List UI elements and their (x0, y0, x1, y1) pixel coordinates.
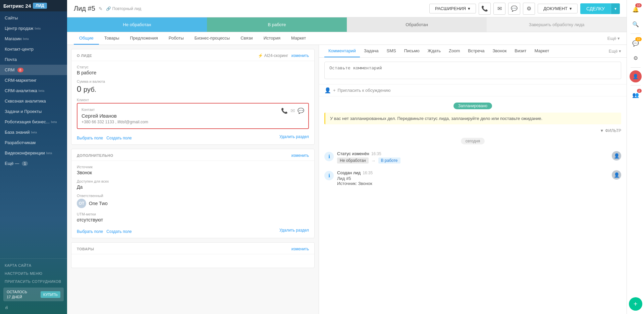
sidebar-item-center[interactable]: Центр продаж beta (0, 23, 67, 34)
chat-tab-task[interactable]: Задача (360, 45, 383, 57)
goods-change-link[interactable]: изменить (291, 247, 309, 251)
sidebar-item-crm[interactable]: CRM 8 (0, 65, 67, 75)
rail-search-icon[interactable]: 🔍 (629, 17, 642, 31)
sidebar-print-btn[interactable]: 🖨 (0, 303, 67, 311)
chat-tab-letter[interactable]: Письмо (400, 45, 424, 57)
chat-tab-comment[interactable]: Комментарий (324, 45, 360, 57)
sidebar-footer-configure[interactable]: НАСТРОИТЬ МЕНЮ (0, 269, 67, 277)
sidebar-item-more[interactable]: Ещё — 1 (0, 158, 67, 169)
sidebar-item-knowledge[interactable]: База знаний beta (0, 127, 67, 137)
beta-badge: beta (35, 27, 41, 30)
additional-choose-field[interactable]: Выбрать поле (77, 229, 103, 234)
filter-button[interactable]: ▼ ФИЛЬТР (600, 128, 621, 133)
source-label: Источник (77, 165, 309, 169)
deal-button-group: СДЕЛКУ ▾ (580, 3, 620, 14)
contact-email-icon[interactable]: ✉ (290, 108, 295, 114)
status-change-time: 16:35 (371, 151, 381, 156)
additional-create-field[interactable]: Создать поле (106, 229, 132, 234)
beta-badge-knowledge: beta (31, 131, 37, 134)
chat-tab-meeting[interactable]: Встреча (464, 45, 488, 57)
pipeline-step-not-processed[interactable]: Не обработан (67, 17, 207, 32)
rail-settings-icon[interactable]: ⚙ (629, 51, 642, 65)
sidebar-item-shop[interactable]: Магазин beta (0, 34, 67, 44)
rail-people-icon[interactable]: 👥 2 (629, 88, 642, 102)
body-area: О ЛИДЕ ⚡ AI24-скоринг изменить Статус В … (67, 45, 627, 314)
sidebar-item-dev[interactable]: Разработчикам (0, 137, 67, 148)
about-change-link[interactable]: изменить (291, 53, 309, 58)
contact-name[interactable]: Сергей Иванов (82, 113, 148, 119)
settings-button[interactable]: ⚙ (523, 3, 535, 15)
sidebar-item-cross-analytics[interactable]: Сквозная аналитика (0, 96, 67, 106)
email-button[interactable]: ✉ (493, 3, 505, 15)
sidebar-item-crm-marketing[interactable]: CRM-маркетинг (0, 75, 67, 85)
pipeline-step-not-processed-label: Не обработан (123, 22, 151, 27)
sidebar-item-crm-analytics[interactable]: CRM-аналитика beta (0, 85, 67, 96)
sidebar-item-saity[interactable]: Сайты (0, 13, 67, 23)
ai-scoring[interactable]: ⚡ AI24-скоринг (258, 53, 288, 58)
additional-section-header: ДОПОЛНИТЕЛЬНО изменить (71, 149, 314, 161)
chat-tab-call[interactable]: Звонок (488, 45, 511, 57)
tab-general[interactable]: Общие (74, 32, 99, 45)
tab-history[interactable]: История (258, 32, 286, 45)
deal-button[interactable]: СДЕЛКУ (580, 3, 611, 14)
chat-badge: 10 (635, 37, 641, 41)
chat-tab-zoom[interactable]: Zoom (445, 45, 464, 57)
invite-row[interactable]: 👤 + Пригласить к обсуждению (319, 84, 627, 97)
sidebar-footer-sitemap[interactable]: КАРТА САЙТА (0, 261, 67, 269)
tab-market[interactable]: Маркет (286, 32, 311, 45)
rail-divider-3 (631, 85, 641, 85)
chat-button[interactable]: 💬 (508, 3, 520, 15)
sidebar-item-video-label: Видеоконференции (5, 150, 45, 155)
pipeline-step-finish[interactable]: Завершить обработку лида (487, 17, 627, 32)
sidebar-item-robotics[interactable]: Роботизация бизнес... beta (0, 117, 67, 127)
chat-tab-visit[interactable]: Визит (511, 45, 530, 57)
right-panel: Комментарий Задача SMS Письмо Ждать Zoom… (319, 45, 627, 314)
lid-badge: ЛИД (33, 3, 47, 9)
deal-dropdown-button[interactable]: ▾ (611, 3, 620, 14)
phone-button[interactable]: 📞 (479, 3, 491, 15)
rasshireniya-button[interactable]: РАСШИРЕНИЯ ▾ (429, 4, 476, 13)
chat-tab-sms[interactable]: SMS (383, 45, 400, 57)
rail-chat-icon[interactable]: 💬 10 (629, 37, 642, 50)
document-button[interactable]: ДОКУМЕНТ ▾ (538, 4, 578, 13)
additional-change-link[interactable]: изменить (291, 153, 309, 158)
sidebar-footer-invite[interactable]: ПРИГЛАСИТЬ СОТРУДНИКОВ (0, 277, 67, 286)
chat-tab-market[interactable]: Маркет (530, 45, 553, 57)
eshche-badge: 1 (22, 161, 28, 166)
tab-robots[interactable]: Роботы (163, 32, 189, 45)
info-icon: ℹ (328, 154, 330, 159)
buy-button[interactable]: КУПИТЬ (41, 291, 60, 298)
tab-links[interactable]: Связи (235, 32, 258, 45)
right-rail: 🔔 10 🔍 💬 10 ⚙ 👤 👥 2 + (627, 0, 644, 314)
rail-notification-icon[interactable]: 🔔 10 (629, 3, 642, 16)
chat-tabs-more[interactable]: Ещё ▾ (609, 45, 621, 57)
about-create-field[interactable]: Создать поле (106, 136, 132, 140)
sidebar-item-mail[interactable]: Почта (0, 54, 67, 65)
contact-phone: +380 66 332 1133 (82, 120, 114, 124)
pipeline-step-processed[interactable]: Обработан (347, 17, 487, 32)
about-section: О ЛИДЕ ⚡ AI24-скоринг изменить Статус В … (71, 49, 315, 145)
about-section-body: Статус В работе Сумма и валюта 0 руб. Кл… (71, 61, 314, 144)
sidebar-item-saity-label: Сайты (5, 15, 18, 20)
comment-input[interactable] (324, 62, 621, 79)
contact-chat-icon[interactable]: 💬 (298, 108, 304, 114)
chat-tab-wait[interactable]: Ждать (424, 45, 445, 57)
tab-goods[interactable]: Товары (99, 32, 125, 45)
tab-proposals[interactable]: Предложения (124, 32, 163, 45)
sidebar-item-contact-center[interactable]: Контакт-центр (0, 44, 67, 54)
rail-add-button[interactable]: + (629, 297, 642, 311)
about-delete-section[interactable]: Удалить раздел (279, 134, 309, 139)
contact-phone-icon[interactable]: 📞 (281, 108, 288, 114)
tab-biz-processes[interactable]: Бизнес-процессы (189, 32, 235, 45)
additional-delete-section[interactable]: Удалить раздел (279, 228, 309, 233)
contact-info: Контакт Сергей Иванов +380 66 332 1133 ,… (82, 108, 148, 124)
sidebar-item-video[interactable]: Видеоконференции beta (0, 148, 67, 158)
about-choose-field[interactable]: Выбрать поле (77, 136, 103, 140)
rail-user-avatar[interactable]: 👤 (630, 70, 642, 82)
sidebar-item-tasks[interactable]: Задачи и Проекты (0, 106, 67, 117)
pipeline-step-in-work[interactable]: В работе (207, 17, 347, 32)
responsible-name[interactable]: One Two (89, 201, 108, 206)
edit-icon[interactable]: ✎ (99, 6, 103, 11)
available-label: Доступен для всех (77, 179, 309, 183)
tabs-more[interactable]: Ещё ▾ (607, 36, 620, 41)
